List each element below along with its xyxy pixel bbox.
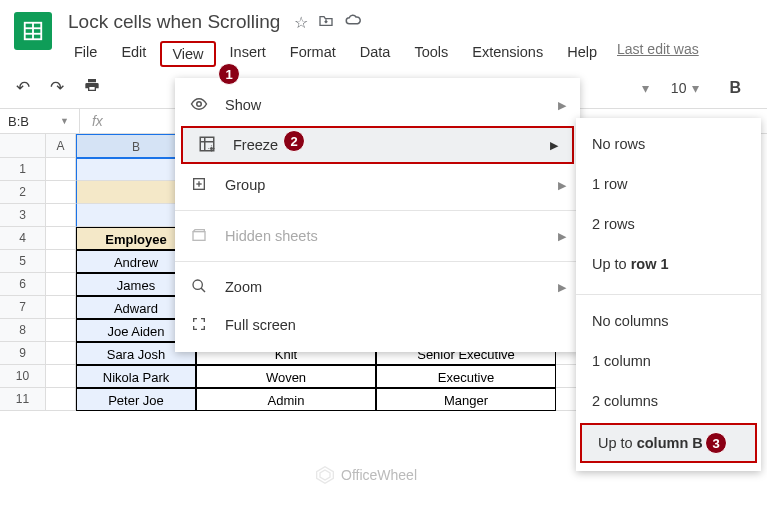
bold-button[interactable]: B: [723, 77, 747, 99]
row-header[interactable]: 9: [0, 342, 46, 365]
menu-format[interactable]: Format: [280, 41, 346, 67]
row-header[interactable]: 11: [0, 388, 46, 411]
watermark: OfficeWheel: [315, 465, 417, 485]
menu-data[interactable]: Data: [350, 41, 401, 67]
sheets-logo: [14, 12, 52, 50]
star-icon[interactable]: ☆: [294, 13, 308, 32]
freeze-up-to-row[interactable]: Up to row 1: [576, 246, 761, 286]
move-icon[interactable]: [318, 13, 334, 31]
row-header[interactable]: 1: [0, 158, 46, 181]
menu-file[interactable]: File: [64, 41, 107, 67]
menu-tools[interactable]: Tools: [404, 41, 458, 67]
menu-fullscreen-label: Full screen: [225, 317, 296, 333]
doc-title[interactable]: Lock cells when Scrolling: [64, 8, 284, 36]
hidden-sheets-icon: [189, 228, 209, 245]
row-header[interactable]: 10: [0, 365, 46, 388]
freeze-2-columns[interactable]: 2 columns: [576, 383, 761, 423]
cell[interactable]: Manger: [376, 388, 556, 411]
menu-show-label: Show: [225, 97, 261, 113]
row-header[interactable]: 6: [0, 273, 46, 296]
cell[interactable]: [46, 158, 76, 181]
svg-point-13: [193, 280, 202, 289]
svg-point-4: [197, 101, 202, 106]
group-icon: [189, 176, 209, 195]
title-area: Lock cells when Scrolling ☆ File Edit Vi…: [64, 8, 607, 67]
row-header[interactable]: 3: [0, 204, 46, 227]
font-size-arrow[interactable]: ▾: [692, 80, 699, 96]
badge-2: 2: [283, 130, 305, 152]
menu-zoom[interactable]: Zoom ▶: [175, 268, 580, 306]
menu-fullscreen[interactable]: Full screen: [175, 306, 580, 344]
cell[interactable]: [46, 319, 76, 342]
freeze-no-columns[interactable]: No columns: [576, 303, 761, 343]
freeze-icon: [197, 135, 217, 156]
freeze-submenu: No rows 1 row 2 rows Up to row 1 No colu…: [576, 118, 761, 471]
cell[interactable]: [46, 388, 76, 411]
cell[interactable]: Peter Joe: [76, 388, 196, 411]
menu-help[interactable]: Help: [557, 41, 607, 67]
cell[interactable]: [46, 342, 76, 365]
font-dropdown-arrow[interactable]: ▾: [642, 80, 649, 96]
menu-view[interactable]: View: [160, 41, 215, 67]
svg-marker-15: [317, 467, 334, 484]
menu-hidden-label: Hidden sheets: [225, 228, 318, 244]
last-edit-link[interactable]: Last edit was: [617, 19, 699, 57]
freeze-1-row[interactable]: 1 row: [576, 166, 761, 206]
freeze-no-rows[interactable]: No rows: [576, 126, 761, 166]
cell[interactable]: Executive: [376, 365, 556, 388]
cell[interactable]: [46, 250, 76, 273]
menu-edit[interactable]: Edit: [111, 41, 156, 67]
font-size-value[interactable]: 10: [671, 80, 687, 96]
badge-3: 3: [705, 432, 727, 454]
eye-icon: [189, 95, 209, 116]
name-box-arrow[interactable]: ▼: [60, 116, 79, 126]
freeze-up-to-column[interactable]: Up to column B: [580, 423, 757, 463]
print-icon[interactable]: [78, 73, 106, 102]
menu-extensions[interactable]: Extensions: [462, 41, 553, 67]
cell[interactable]: [46, 296, 76, 319]
name-box[interactable]: B:B: [0, 111, 60, 132]
menu-freeze-label: Freeze: [233, 137, 278, 153]
freeze-2-rows[interactable]: 2 rows: [576, 206, 761, 246]
cell[interactable]: [46, 204, 76, 227]
redo-icon[interactable]: ↷: [44, 73, 70, 102]
cell[interactable]: [46, 365, 76, 388]
menu-group[interactable]: Group ▶: [175, 166, 580, 204]
cell[interactable]: Admin: [196, 388, 376, 411]
row-header[interactable]: 2: [0, 181, 46, 204]
col-header-a[interactable]: A: [46, 134, 76, 158]
menubar: File Edit View Insert Format Data Tools …: [64, 41, 607, 67]
row-header[interactable]: 5: [0, 250, 46, 273]
cell[interactable]: Woven: [196, 365, 376, 388]
svg-point-8: [211, 147, 213, 149]
chevron-right-icon: ▶: [558, 281, 566, 294]
undo-icon[interactable]: ↶: [10, 73, 36, 102]
chevron-right-icon: ▶: [558, 179, 566, 192]
cell[interactable]: Nikola Park: [76, 365, 196, 388]
freeze-1-column[interactable]: 1 column: [576, 343, 761, 383]
cell[interactable]: [46, 181, 76, 204]
svg-rect-12: [193, 231, 205, 240]
app-bar: Lock cells when Scrolling ☆ File Edit Vi…: [0, 0, 767, 67]
select-all-corner[interactable]: [0, 134, 46, 158]
cell[interactable]: [46, 227, 76, 250]
view-dropdown-menu: Show ▶ Freeze ▶ Group ▶ Hidden sheets ▶ …: [175, 78, 580, 352]
cloud-icon[interactable]: [344, 13, 362, 31]
svg-line-14: [201, 288, 205, 292]
menu-freeze[interactable]: Freeze ▶: [181, 126, 574, 164]
fullscreen-icon: [189, 316, 209, 335]
row-header[interactable]: 4: [0, 227, 46, 250]
menu-zoom-label: Zoom: [225, 279, 262, 295]
row-header[interactable]: 8: [0, 319, 46, 342]
zoom-icon: [189, 278, 209, 297]
svg-marker-16: [320, 470, 330, 480]
fx-label: fx: [80, 113, 115, 129]
cell[interactable]: [46, 273, 76, 296]
menu-show[interactable]: Show ▶: [175, 86, 580, 124]
menu-separator: [576, 294, 761, 295]
menu-group-label: Group: [225, 177, 265, 193]
menu-separator: [175, 210, 580, 211]
menu-hidden-sheets: Hidden sheets ▶: [175, 217, 580, 255]
row-header[interactable]: 7: [0, 296, 46, 319]
menu-separator: [175, 261, 580, 262]
